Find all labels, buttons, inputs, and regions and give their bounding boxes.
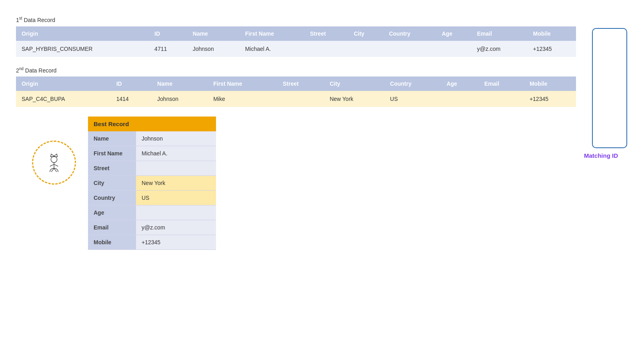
best-record-title: Best Record — [88, 117, 216, 131]
table2-col-id: ID — [111, 76, 152, 91]
field-label: Email — [88, 220, 136, 235]
svg-line-2 — [50, 165, 54, 167]
field-label: Name — [88, 131, 136, 146]
field-label: Country — [88, 191, 136, 205]
table1-col-firstname: First Name — [240, 26, 304, 41]
table-row: SAP_C4C_BUPA 1414 Johnson Mike New York … — [16, 91, 576, 107]
table1: Origin ID Name First Name Street City Co… — [16, 26, 576, 57]
table2-col-mobile: Mobile — [524, 76, 576, 91]
table1-col-mobile: Mobile — [528, 26, 576, 41]
field-label: Street — [88, 161, 136, 176]
field-value: New York — [136, 176, 216, 191]
field-value — [136, 161, 216, 176]
cell-city — [348, 41, 383, 57]
cell-id: 4711 — [149, 41, 187, 57]
table2-col-city: City — [324, 76, 384, 91]
table2-col-street: Street — [277, 76, 324, 91]
table1-col-country: Country — [383, 26, 436, 41]
list-item: Mobile+12345 — [88, 235, 216, 250]
cell-email — [479, 91, 524, 107]
table2-wrapper: Origin ID Name First Name Street City Co… — [16, 76, 576, 107]
section1-label: 1st Data Record — [16, 16, 576, 23]
cell-street — [304, 41, 348, 57]
cell-age — [441, 91, 478, 107]
list-item: First NameMichael A. — [88, 146, 216, 161]
field-value: Johnson — [136, 131, 216, 146]
table2: Origin ID Name First Name Street City Co… — [16, 76, 576, 107]
list-item: Age — [88, 205, 216, 220]
cell-firstname: Mike — [208, 91, 277, 107]
cell-mobile: +12345 — [528, 41, 576, 57]
table2-col-email: Email — [479, 76, 524, 91]
avatar — [32, 141, 76, 185]
field-label: Mobile — [88, 235, 136, 250]
cell-firstname: Michael A. — [240, 41, 304, 57]
table1-wrapper: Origin ID Name First Name Street City Co… — [16, 26, 576, 57]
table1-col-name: Name — [187, 26, 240, 41]
table2-col-origin: Origin — [16, 76, 111, 91]
cell-city: New York — [324, 91, 384, 107]
person-icon — [42, 151, 66, 175]
cell-name: Johnson — [187, 41, 240, 57]
field-label: First Name — [88, 146, 136, 161]
cell-origin: SAP_HYBRIS_CONSUMER — [16, 41, 149, 57]
field-label: City — [88, 176, 136, 191]
svg-point-0 — [51, 157, 57, 163]
table1-col-origin: Origin — [16, 26, 149, 41]
cell-email: y@z.com — [472, 41, 528, 57]
best-record-fields: NameJohnsonFirst NameMichael A.StreetCit… — [88, 131, 216, 250]
field-value: Michael A. — [136, 146, 216, 161]
cell-id: 1414 — [111, 91, 152, 107]
table1-col-age: Age — [436, 26, 471, 41]
table2-col-age: Age — [441, 76, 478, 91]
table-row: SAP_HYBRIS_CONSUMER 4711 Johnson Michael… — [16, 41, 576, 57]
list-item: Street — [88, 161, 216, 176]
table2-col-country: Country — [384, 76, 441, 91]
table2-col-name: Name — [152, 76, 208, 91]
cell-origin: SAP_C4C_BUPA — [16, 91, 111, 107]
cell-street — [277, 91, 324, 107]
list-item: Emaily@z.com — [88, 220, 216, 235]
list-item: NameJohnson — [88, 131, 216, 146]
field-label: Age — [88, 205, 136, 220]
field-value: y@z.com — [136, 220, 216, 235]
list-item: CityNew York — [88, 176, 216, 191]
field-value — [136, 205, 216, 220]
table1-col-email: Email — [472, 26, 528, 41]
cell-age — [436, 41, 471, 57]
field-value: US — [136, 191, 216, 205]
best-record-table: Best Record NameJohnsonFirst NameMichael… — [88, 117, 216, 250]
svg-line-3 — [54, 165, 58, 167]
table2-col-firstname: First Name — [208, 76, 277, 91]
field-value: +12345 — [136, 235, 216, 250]
cell-mobile: +12345 — [524, 91, 576, 107]
table1-col-id: ID — [149, 26, 187, 41]
cell-name: Johnson — [152, 91, 208, 107]
cell-country — [383, 41, 436, 57]
section2-label: 2nd Data Record — [16, 66, 576, 74]
cell-country: US — [384, 91, 441, 107]
table1-col-city: City — [348, 26, 383, 41]
best-record-section: Best Record NameJohnsonFirst NameMichael… — [16, 117, 628, 250]
list-item: CountryUS — [88, 191, 216, 205]
table1-col-street: Street — [304, 26, 348, 41]
